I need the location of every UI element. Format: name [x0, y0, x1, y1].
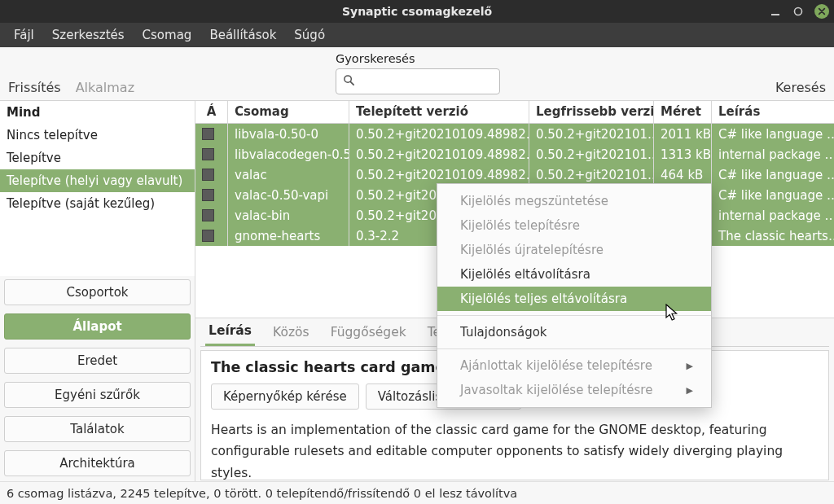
titlebar: Synaptic csomagkezelő	[0, 0, 834, 23]
cat-architecture-button[interactable]: Architektúra	[4, 450, 191, 476]
status-bar-text: 6 csomag listázva, 2245 telepítve, 0 tör…	[7, 487, 517, 500]
cell-size: 1313 kB	[654, 144, 712, 164]
chevron-right-icon: ▶	[687, 361, 693, 371]
status-item[interactable]: Telepítve (helyi vagy elavult)	[0, 169, 195, 192]
status-bar: 6 csomag listázva, 2245 telepítve, 0 tör…	[0, 481, 834, 504]
window-maximize-icon[interactable]	[792, 5, 805, 18]
svg-line-3	[351, 82, 354, 85]
chevron-right-icon: ▶	[687, 385, 693, 396]
menu-help[interactable]: Súgó	[285, 24, 334, 46]
toolbar-search-button[interactable]: Keresés	[775, 80, 826, 95]
cell-installed: 0.50.2+git20210109.48982…	[349, 144, 529, 164]
toolbar-refresh-button[interactable]: Frissítés	[8, 80, 61, 95]
search-icon	[343, 74, 355, 89]
cell-package: libvalacodegen-0.5…	[228, 144, 349, 164]
ctx-mark-remove[interactable]: Kijelölés eltávolításra	[437, 262, 711, 287]
col-desc[interactable]: Leírás	[712, 101, 834, 123]
cat-origin-button[interactable]: Eredet	[4, 348, 191, 374]
table-row[interactable]: valac 0.50.2+git20210109.48982… 0.50.2+g…	[195, 164, 834, 185]
cell-package: valac	[228, 164, 349, 185]
table-header: Á Csomag Telepített verzió Legfrissebb v…	[195, 101, 834, 124]
ctx-properties[interactable]: Tulajdonságok	[437, 320, 711, 344]
cell-package: gnome-hearts	[228, 226, 349, 246]
cell-installed: 0.50.2+git20210109.48982…	[349, 164, 529, 185]
cat-filters-button[interactable]: Egyéni szűrők	[4, 382, 191, 408]
cat-status-button[interactable]: Állapot	[4, 313, 191, 340]
col-status[interactable]: Á	[195, 101, 228, 123]
cell-desc: internal package …	[712, 205, 834, 226]
ctx-mark-recommended[interactable]: Ajánlottak kijelölése telepítésre ▶	[437, 353, 711, 378]
ctx-mark-install[interactable]: Kijelölés telepítésre	[437, 213, 711, 238]
row-status-icon[interactable]	[202, 209, 214, 221]
quicksearch: Gyorskeresés	[336, 52, 500, 94]
table-row[interactable]: libvala-0.50-0 0.50.2+git20210109.48982……	[195, 124, 834, 144]
ctx-separator	[437, 315, 711, 316]
tab-common[interactable]: Közös	[270, 320, 313, 345]
toolbar-apply-button[interactable]: Alkalmaz	[76, 80, 134, 95]
row-status-icon[interactable]	[202, 148, 214, 160]
svg-rect-0	[771, 14, 779, 15]
col-package[interactable]: Csomag	[228, 101, 349, 123]
tab-dependencies[interactable]: Függőségek	[327, 320, 410, 345]
cat-results-button[interactable]: Találatok	[4, 416, 191, 442]
window-title: Synaptic csomagkezelő	[342, 5, 492, 18]
screenshot-button[interactable]: Képernyőkép kérése	[211, 383, 359, 410]
cell-latest: 0.50.2+git202101…	[529, 164, 654, 185]
cell-latest: 0.50.2+git202101…	[529, 144, 654, 164]
row-status-icon[interactable]	[202, 128, 214, 140]
status-item[interactable]: Nincs telepítve	[0, 124, 195, 147]
col-latest[interactable]: Legfrissebb verzió	[529, 101, 654, 123]
menu-package[interactable]: Csomag	[134, 24, 201, 46]
cell-size: 2011 kB	[654, 124, 712, 144]
cell-desc: C# like language …	[712, 124, 834, 144]
window-minimize-icon[interactable]	[769, 5, 782, 18]
context-menu: Kijelölés megszüntetése Kijelölés telepí…	[437, 183, 712, 408]
svg-point-1	[795, 8, 802, 15]
col-installed[interactable]: Telepített verzió	[349, 101, 529, 123]
category-buttons: Csoportok Állapot Eredet Egyéni szűrők T…	[0, 276, 195, 481]
col-size[interactable]: Méret	[654, 101, 712, 123]
cat-groups-button[interactable]: Csoportok	[4, 279, 191, 305]
menu-edit[interactable]: Szerkesztés	[43, 24, 134, 46]
menu-settings[interactable]: Beállítások	[200, 24, 285, 46]
cell-desc: C# like language …	[712, 185, 834, 205]
cell-package: valac-bin	[228, 205, 349, 226]
cell-package: valac-0.50-vapi	[228, 185, 349, 205]
cell-size: 464 kB	[654, 164, 712, 185]
status-item[interactable]: Telepítve (saját kezűleg)	[0, 192, 195, 215]
quicksearch-label: Gyorskeresés	[336, 52, 500, 65]
toolbar: Frissítés Alkalmaz Gyorskeresés Keresés	[0, 47, 834, 101]
row-status-icon[interactable]	[202, 189, 214, 201]
tab-description[interactable]: Leírás	[205, 318, 255, 346]
row-status-icon[interactable]	[202, 230, 214, 242]
ctx-separator	[437, 348, 711, 349]
cell-desc: internal package …	[712, 144, 834, 164]
detail-text: Hearts is an implementation of the class…	[211, 419, 819, 480]
ctx-mark-purge[interactable]: Kijelölés teljes eltávolításra	[437, 287, 711, 311]
ctx-mark-suggested[interactable]: Javasoltak kijelölése telepítésre ▶	[437, 378, 711, 402]
ctx-unmark[interactable]: Kijelölés megszüntetése	[437, 189, 711, 213]
status-item[interactable]: Telepítve	[0, 147, 195, 169]
cell-desc: C# like language …	[712, 164, 834, 185]
application-window: Synaptic csomagkezelő Fájl Szerkesztés C…	[0, 0, 834, 504]
cell-desc: The classic hearts…	[712, 226, 834, 246]
menubar: Fájl Szerkesztés Csomag Beállítások Súgó	[0, 23, 834, 47]
quicksearch-input[interactable]	[336, 68, 500, 94]
cell-installed: 0.50.2+git20210109.48982…	[349, 124, 529, 144]
ctx-mark-reinstall[interactable]: Kijelölés újratelepítésre	[437, 238, 711, 262]
status-list: Mind Nincs telepítve Telepítve Telepítve…	[0, 101, 195, 276]
cell-latest: 0.50.2+git202101…	[529, 124, 654, 144]
left-column: Mind Nincs telepítve Telepítve Telepítve…	[0, 101, 195, 481]
cell-package: libvala-0.50-0	[228, 124, 349, 144]
table-row[interactable]: libvalacodegen-0.5… 0.50.2+git20210109.4…	[195, 144, 834, 164]
menu-file[interactable]: Fájl	[5, 24, 43, 46]
row-status-icon[interactable]	[202, 169, 214, 181]
window-close-icon[interactable]	[814, 4, 829, 19]
status-item[interactable]: Mind	[0, 101, 195, 124]
